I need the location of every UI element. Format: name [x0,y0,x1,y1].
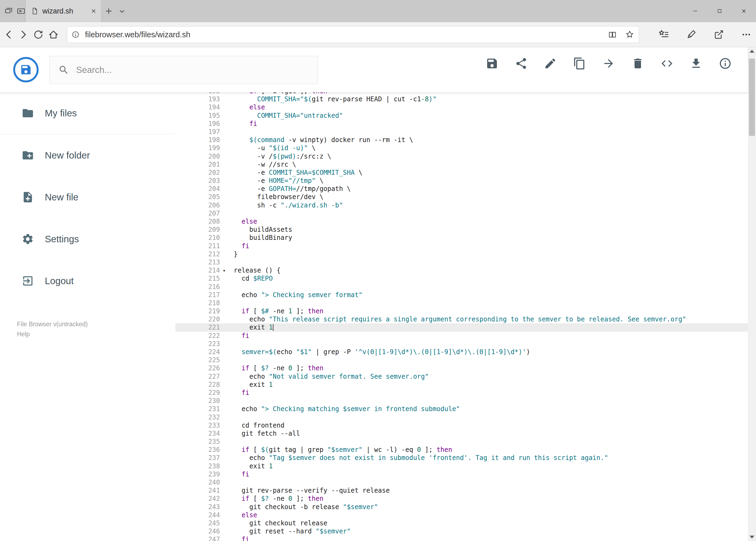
page-scrollbar[interactable] [748,47,756,541]
favorites-hub-icon[interactable] [658,29,670,41]
help-link[interactable]: Help [17,329,175,339]
code-line-200[interactable]: 200 -v /$(pwd):/src:z \ [175,152,748,161]
code-line-204[interactable]: 204 -e GOPATH=//tmp/gopath \ [175,185,748,193]
fold-marker-icon[interactable]: ▾ [220,266,228,274]
info-button[interactable] [719,57,732,70]
address-bar[interactable]: filebrowser.web/files/wizard.sh [67,26,639,43]
code-line-199[interactable]: 199 -u "$(id -u)" \ [175,144,748,152]
code-line-196[interactable]: 196 fi [175,120,748,128]
code-line-228[interactable]: 228 exit 1 [175,380,748,389]
code-line-241[interactable]: 241 git rev-parse --verify --quiet relea… [175,486,748,495]
sidebar-item-settings[interactable]: Settings [0,218,175,260]
code-line-224[interactable]: 224 semver=$(echo "$1" | grep -P '^v(0|[… [175,348,748,356]
code-line-203[interactable]: 203 -e HOME="//tmp" \ [175,177,748,185]
code-line-214[interactable]: 214▾release () { [175,266,748,274]
favorite-star-icon[interactable] [625,30,634,39]
code-line-247[interactable]: 247 fi [175,535,748,541]
code-line-225[interactable]: 225 [175,356,748,364]
code-line-232[interactable]: 232 [175,413,748,421]
site-info-icon[interactable] [71,30,80,39]
code-line-243[interactable]: 243 git checkout -b release "$semver" [175,503,748,511]
minimize-button[interactable] [683,0,707,22]
search-box[interactable] [49,56,318,84]
code-line-230[interactable]: 230 [175,397,748,405]
tab-close-icon[interactable] [90,7,98,15]
reading-view-icon[interactable] [608,30,617,39]
code-line-193[interactable]: 193 COMMIT_SHA="$(git rev-parse HEAD | c… [175,95,748,103]
code-line-201[interactable]: 201 -w //src \ [175,161,748,169]
code-line-244[interactable]: 244 else [175,511,748,519]
filebrowser-logo[interactable] [13,57,39,82]
code-line-229[interactable]: 229 fi [175,389,748,397]
browser-tab[interactable]: wizard.sh [25,0,102,22]
code-line-220[interactable]: 220 echo "This release script requires a… [175,315,748,323]
sidebar-item-new-folder[interactable]: New folder [0,134,175,176]
code-line-240[interactable]: 240 [175,478,748,486]
download-button[interactable] [690,57,702,70]
move-button[interactable] [602,57,615,70]
sidebar-item-new-file[interactable]: New file [0,176,175,218]
code-line-242[interactable]: 242 if [ $? -ne 0 ]; then [175,495,748,503]
code-line-236[interactable]: 236 if [ $(git tag | grep "$semver" | wc… [175,446,748,454]
code-line-209[interactable]: 209 buildAssets [175,226,748,234]
new-tab-button[interactable] [104,6,114,16]
maximize-button[interactable] [707,0,732,22]
sidebar-item-my-files[interactable]: My files [0,92,175,134]
share-button[interactable] [515,57,528,70]
delete-button[interactable] [631,57,644,70]
home-button[interactable] [48,29,59,40]
more-options-icon[interactable] [740,29,752,41]
code-line-205[interactable]: 205 filebrowser/dev \ [175,193,748,201]
refresh-button[interactable] [33,29,44,40]
code-line-233[interactable]: 233 cd frontend [175,421,748,429]
code-line-239[interactable]: 239 fi [175,470,748,478]
tab-list-chevron-icon[interactable] [118,7,126,16]
code-line-211[interactable]: 211 fi [175,242,748,250]
code-line-231[interactable]: 231 echo "> Checking matching $semver in… [175,405,748,413]
sidebar-item-logout[interactable]: Logout [0,260,175,302]
code-line-226[interactable]: 226 if [ $? -ne 0 ]; then [175,364,748,372]
web-note-icon[interactable] [685,29,697,41]
rename-button[interactable] [544,57,557,70]
code-line-192[interactable]: 192 if [ -d .git ]; then [175,92,748,95]
back-button[interactable] [3,29,14,40]
code-line-198[interactable]: 198 $(command -v winpty) docker run --rm… [175,136,748,144]
copy-button[interactable] [573,57,586,70]
code-line-210[interactable]: 210 buildBinary [175,234,748,242]
code-line-234[interactable]: 234 git fetch --all [175,429,748,437]
code-line-212[interactable]: 212} [175,250,748,258]
code-line-213[interactable]: 213 [175,258,748,266]
code-line-216[interactable]: 216 [175,283,748,291]
forward-button[interactable] [18,29,29,40]
code-line-207[interactable]: 207 [175,209,748,218]
share-page-icon[interactable] [713,29,725,41]
code-line-237[interactable]: 237 echo "Tag $semver does not exist in … [175,454,748,462]
code-line-235[interactable]: 235 [175,437,748,446]
code-editor[interactable]: 192 if [ -d .git ]; then193 COMMIT_SHA="… [175,92,748,541]
search-input[interactable] [76,65,298,75]
code-line-218[interactable]: 218 [175,299,748,307]
code-line-238[interactable]: 238 exit 1 [175,462,748,470]
code-line-223[interactable]: 223 [175,340,748,348]
code-line-206[interactable]: 206 sh -c "./wizard.sh -b" [175,201,748,209]
scroll-up-icon[interactable] [750,50,754,53]
code-line-217[interactable]: 217 echo "> Checking semver format" [175,291,748,299]
code-line-215[interactable]: 215 cd $REPO [175,274,748,282]
scrollbar-thumb[interactable] [749,59,755,136]
tab-preview-icon[interactable] [4,6,14,16]
code-line-208[interactable]: 208 else [175,218,748,226]
scroll-down-icon[interactable] [750,536,754,539]
code-line-245[interactable]: 245 git checkout release [175,519,748,527]
code-line-221[interactable]: 221 exit 1 [175,323,748,331]
code-line-246[interactable]: 246 git reset --hard "$semver" [175,527,748,535]
code-line-194[interactable]: 194 else [175,103,748,111]
code-line-195[interactable]: 195 COMMIT_SHA="untracked" [175,112,748,120]
code-line-222[interactable]: 222 fi [175,332,748,340]
code-line-227[interactable]: 227 echo "Not valid semver format. See s… [175,372,748,380]
switch-view-button[interactable] [660,57,673,70]
set-tabs-aside-icon[interactable] [16,6,26,16]
save-button[interactable] [486,57,499,70]
close-window-button[interactable] [732,0,756,22]
code-line-197[interactable]: 197 [175,128,748,136]
code-line-202[interactable]: 202 -e COMMIT_SHA=$COMMIT_SHA \ [175,169,748,177]
